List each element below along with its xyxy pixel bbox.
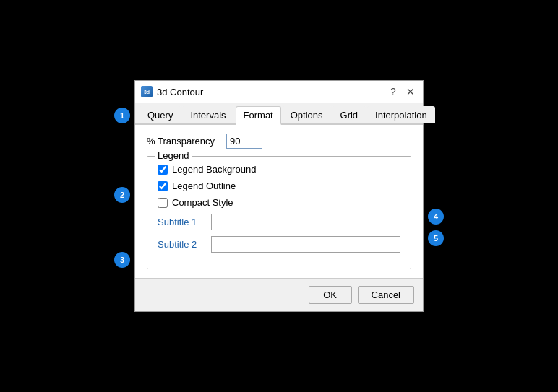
legend-background-label: Legend Background [172,164,256,175]
legend-group: Legend Legend Background Legend Outline … [147,156,411,269]
close-button[interactable]: ✕ [404,85,417,98]
tabs-row: Query Intervals Format Options Grid Inte… [135,103,423,125]
subtitle2-row: Subtitle 2 [158,236,400,253]
dialog-window: 3d 3d Contour ? ✕ Query Intervals Format… [134,80,424,312]
compact-style-label: Compact Style [172,197,233,208]
dialog-title: 3d Contour [157,87,203,97]
legend-outline-row: Legend Outline [158,180,400,191]
transparency-row: % Transparency [147,134,411,149]
dialog-wrapper: 1 2 3 4 5 3d 3d Contour ? ✕ [134,80,424,312]
legend-outline-label: Legend Outline [172,180,236,191]
tab-options[interactable]: Options [283,106,331,123]
subtitle2-input[interactable] [211,236,400,253]
ok-button[interactable]: OK [309,286,352,304]
content-area: % Transparency Legend Legend Background … [135,125,423,278]
legend-outline-checkbox[interactable] [158,181,168,191]
title-bar-right: ? ✕ [387,85,417,98]
annotation-1: 1 [114,108,130,123]
annotation-3: 3 [114,252,130,268]
compact-style-checkbox[interactable] [158,198,168,208]
transparency-label: % Transparency [147,136,226,147]
title-bar-left: 3d 3d Contour [141,86,203,97]
cancel-button[interactable]: Cancel [358,286,414,304]
title-bar: 3d 3d Contour ? ✕ [135,81,423,103]
legend-background-checkbox[interactable] [158,165,168,175]
compact-style-row: Compact Style [158,197,400,208]
transparency-input[interactable] [226,134,262,149]
subtitle1-label: Subtitle 1 [158,217,207,227]
tab-format[interactable]: Format [236,106,281,125]
tab-interpolation[interactable]: Interpolation [367,106,435,123]
tab-query[interactable]: Query [140,106,181,123]
help-button[interactable]: ? [387,85,400,98]
annotation-4: 4 [428,209,444,225]
tab-intervals[interactable]: Intervals [182,106,233,123]
legend-group-label: Legend [155,150,192,161]
annotation-2: 2 [114,187,130,203]
tab-grid[interactable]: Grid [332,106,366,123]
legend-background-row: Legend Background [158,164,400,175]
bottom-area: OK Cancel [135,278,423,311]
subtitle1-input[interactable] [211,214,400,230]
dialog-icon: 3d [141,86,153,97]
subtitle1-row: Subtitle 1 [158,214,400,230]
subtitle2-label: Subtitle 2 [158,239,207,250]
annotation-5: 5 [428,230,444,246]
